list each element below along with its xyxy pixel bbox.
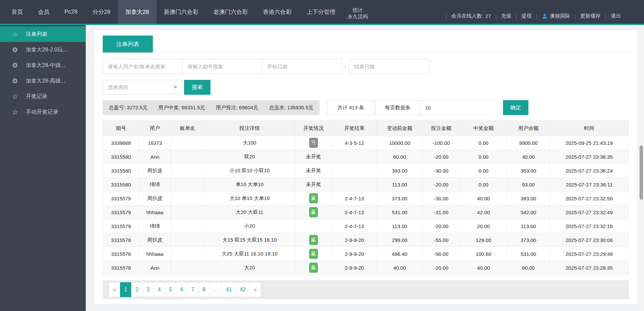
start-date-input[interactable] xyxy=(262,59,342,74)
date-range-separator: - xyxy=(345,64,346,69)
main-content: 注单列表 - 选择房间 搜索 总盈亏: 3272.5元用户中奖: 66331.5… xyxy=(86,25,644,311)
tab-bar: 注单列表 xyxy=(103,36,629,53)
cell-bill xyxy=(171,261,204,275)
cell-issue: 3315580 xyxy=(103,150,139,164)
sidebar-item-5[interactable]: ☆手动开奖记录 xyxy=(0,104,86,120)
tab-order-list[interactable]: 注单列表 xyxy=(103,36,153,52)
logout-link[interactable]: 退出 xyxy=(611,13,621,19)
page-button-6[interactable]: 6 xyxy=(176,282,187,297)
recharge-link[interactable]: 充值 xyxy=(501,13,511,19)
issue-search-input[interactable] xyxy=(182,59,262,74)
cell-balance: 531.00 xyxy=(507,247,550,261)
column-header: 账单名 xyxy=(171,121,204,136)
page-button-4[interactable]: 4 xyxy=(154,282,165,297)
page-button-3[interactable]: 3 xyxy=(142,282,154,297)
nav-stacked-item-0[interactable]: 统计 xyxy=(348,7,368,14)
chevron-down-icon xyxy=(173,86,178,89)
withdraw-link[interactable]: 提现 xyxy=(521,13,531,19)
cell-bill xyxy=(171,233,204,247)
cell-bill xyxy=(171,178,204,192)
confirm-button[interactable]: 确定 xyxy=(503,100,528,115)
column-header: 开奖结果 xyxy=(332,121,377,136)
cell-detail: 小20 xyxy=(204,219,295,233)
cell-user: hhhaaa xyxy=(139,205,171,219)
page-button-42[interactable]: 42 xyxy=(236,282,250,297)
nav-item-4[interactable]: 加拿大28 xyxy=(118,0,157,24)
prev-page-button[interactable]: « xyxy=(109,282,120,297)
cell-bill xyxy=(171,164,204,178)
table-row: 3315579周扒皮大10 单10 大单10赢2-4-7-13373.00-30… xyxy=(103,192,629,205)
page-button-5[interactable]: 5 xyxy=(165,282,176,297)
cell-win: 0.00 xyxy=(460,136,507,150)
cell-bet: -20.00 xyxy=(422,219,460,233)
gear-icon: ⚙︎ xyxy=(11,46,19,54)
cell-result: 2-4-7-13 xyxy=(332,205,377,219)
page-button-41[interactable]: 41 xyxy=(222,282,236,297)
sidebar-item-1[interactable]: ⚙︎加拿大28-2.0玩... xyxy=(0,42,86,58)
username-search-input[interactable] xyxy=(103,59,183,74)
cell-detail: 双20 xyxy=(204,150,295,164)
nav-item-8[interactable]: 上下分管理 xyxy=(299,0,343,24)
cell-win: 42.00 xyxy=(460,205,507,219)
orders-table: 期号用户账单名投注详情开奖情况开奖结果变动前金额投注金额中奖金额用户余额时间 3… xyxy=(103,120,629,275)
refresh-cache-link[interactable]: 更新缓存 xyxy=(580,13,601,19)
cell-status: 赢 xyxy=(295,261,332,275)
vertical-scrollbar[interactable] xyxy=(639,25,644,311)
nav-item-5[interactable]: 新澳门六合彩 xyxy=(157,0,206,24)
cell-issue: 3315578 xyxy=(103,247,139,261)
nav-item-0[interactable]: 首页 xyxy=(4,0,31,24)
cell-bill xyxy=(171,247,204,261)
end-date-input[interactable] xyxy=(349,59,429,74)
sidebar-item-4[interactable]: ☆开奖记录 xyxy=(0,89,86,104)
cell-win: 0.00 xyxy=(460,178,507,192)
cell-bet: -100.00 xyxy=(422,136,460,150)
column-header: 开奖情况 xyxy=(295,121,332,136)
divider: | xyxy=(441,14,451,19)
nav-stacked-item-1[interactable]: 永久活码 xyxy=(348,14,368,20)
win-badge: 赢 xyxy=(309,235,318,245)
cell-status: 亏 xyxy=(295,136,332,150)
page-button-7[interactable]: 7 xyxy=(187,282,199,297)
nav-stacked-items: 统计永久活码 xyxy=(343,0,373,24)
cell-before: 113.00 xyxy=(377,178,423,192)
sidebar-item-2[interactable]: ⚙︎加拿大28-中级... xyxy=(0,58,86,73)
cell-balance: 113.00 xyxy=(507,219,550,233)
nav-item-2[interactable]: Pc28 xyxy=(57,0,85,24)
cell-issue: 3315580 xyxy=(103,164,139,178)
cell-balance: 9900.00 xyxy=(507,136,550,150)
star-icon: ☆ xyxy=(11,92,19,101)
page-button-8[interactable]: 8 xyxy=(198,282,210,297)
next-page-button[interactable]: » xyxy=(249,282,261,297)
cell-before: 40.00 xyxy=(377,261,423,275)
cell-bet: -20.00 xyxy=(422,261,460,275)
room-select[interactable]: 选择房间 xyxy=(103,80,183,95)
star-icon: ☆ xyxy=(11,30,19,38)
page-button-1[interactable]: 1 xyxy=(120,282,132,297)
sidebar-item-0[interactable]: ☆注单列表 xyxy=(0,26,86,42)
cell-user: 周扒皮 xyxy=(139,233,171,247)
stat-item-0: 总盈亏: 3272.5元 xyxy=(109,105,147,111)
page-button-2[interactable]: 2 xyxy=(131,282,143,297)
win-badge: 赢 xyxy=(309,207,318,217)
account-menu[interactable]: 澳娱国际 xyxy=(542,13,570,19)
nav-item-1[interactable]: 会员 xyxy=(31,0,57,24)
cell-result: 2-4-7-13 xyxy=(332,192,377,205)
nav-item-6[interactable]: 老澳门六合彩 xyxy=(206,0,256,24)
scrollbar-thumb[interactable] xyxy=(640,146,643,200)
user-icon xyxy=(542,13,548,19)
search-button[interactable]: 搜索 xyxy=(184,80,210,95)
cell-issue: 3315579 xyxy=(103,205,139,219)
nav-item-7[interactable]: 香港六合彩 xyxy=(256,0,299,24)
cell-win: 40.00 xyxy=(460,192,507,205)
cell-result xyxy=(332,150,377,164)
cell-user: 周扒皮 xyxy=(139,192,171,205)
cell-detail: 大25 大双11 16.10 18.10 xyxy=(204,247,295,261)
sidebar-item-3[interactable]: ⚙︎加拿大28-高级... xyxy=(0,73,86,89)
cell-result: 2-9-9-20 xyxy=(332,247,377,261)
per-page-input[interactable] xyxy=(420,100,501,115)
cell-bet: -20.00 xyxy=(422,150,460,164)
cell-detail: 大10 单10 大单10 xyxy=(204,192,295,205)
table-row: 3315580绵绵单10 大单10未开奖113.00-20.000.0093.0… xyxy=(103,178,629,192)
divider: | xyxy=(511,14,521,19)
nav-item-3[interactable]: 分分28 xyxy=(85,0,118,24)
